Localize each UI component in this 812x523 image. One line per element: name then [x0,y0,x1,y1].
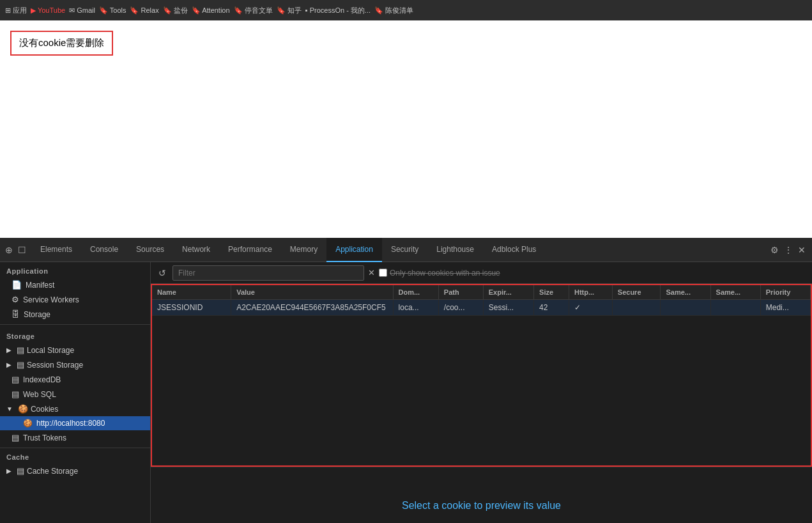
col-path[interactable]: Path [438,285,483,300]
cell-name: JSESSIONID [152,300,231,316]
settings-icon[interactable]: ⚙ [770,245,779,255]
youtube-tab[interactable]: ▶ YouTube [31,6,65,15]
mobile-icon[interactable]: ☐ [18,245,26,255]
preview-text: Select a cookie to preview its value [402,500,561,511]
chenjun-tab[interactable]: 🔖 陈俊清单 [374,6,413,15]
cell-value: A2CAE20AAEC944E5667F3A85A25F0CF5 [231,300,393,316]
tab-application[interactable]: Application [326,238,382,262]
zhihu-tab[interactable]: 🔖 知乎 [277,6,302,15]
tab-sources[interactable]: Sources [127,238,173,262]
col-domain[interactable]: Dom... [393,285,438,300]
browser-apps-icon: ⊞ 应用 [5,6,27,15]
chevron-right-icon-3: ▶ [6,467,11,474]
col-secure[interactable]: Secure [612,285,661,300]
cell-domain: loca... [393,300,438,316]
sidebar-item-trust-tokens[interactable]: ▤ Trust Tokens [0,430,150,445]
web-sql-icon: ▤ [11,389,19,399]
devtools-body: Application 📄 Manifest ⚙ Service Workers… [0,262,812,523]
storage-section-label: Storage [0,327,150,343]
sidebar-group-cache-storage[interactable]: ▶ ▤ Cache Storage [0,464,150,478]
sidebar-group-cookies[interactable]: ▼ 🍪 Cookies [0,402,150,416]
col-http[interactable]: Http... [569,285,613,300]
cell-expires: Sessi... [483,300,533,316]
sidebar-item-service-workers[interactable]: ⚙ Service Workers [0,292,150,307]
cookie-table: Name Value Dom... Path Expir... Size Htt… [152,285,811,316]
application-section-label: Application [0,262,150,277]
filter-clear-button[interactable]: ✕ [368,268,375,277]
toast-text: 没有cookie需要删除 [19,37,104,48]
tab-lighthouse[interactable]: Lighthouse [427,238,483,262]
manifest-icon: 📄 [11,280,22,290]
tab-elements[interactable]: Elements [31,238,81,262]
col-size[interactable]: Size [534,285,569,300]
sidebar-item-web-sql[interactable]: ▤ Web SQL [0,387,150,402]
tab-adblock[interactable]: Adblock Plus [483,238,545,262]
cursor-icon[interactable]: ⊕ [5,245,13,255]
only-issue-label: Only show cookies with an issue [390,269,500,277]
only-issue-checkbox-label[interactable]: Only show cookies with an issue [379,269,500,277]
chevron-right-icon: ▶ [6,347,11,354]
tools-tab[interactable]: 🔖 Tools [99,6,126,15]
cookie-child-icon: 🍪 [23,419,33,428]
more-icon[interactable]: ⋮ [784,245,793,255]
sidebar: Application 📄 Manifest ⚙ Service Workers… [0,262,151,523]
attention-tab[interactable]: 🔖 Attention [192,6,230,15]
page-toast: 没有cookie需要删除 [10,31,113,56]
col-priority[interactable]: Priority [760,285,810,300]
table-row[interactable]: JSESSIONID A2CAE20AAEC944E5667F3A85A25F0… [152,300,811,316]
devtools-tab-bar: ⊕ ☐ Elements Console Sources Network Per… [0,238,812,262]
chevron-down-icon: ▼ [6,405,13,412]
gmail-tab[interactable]: ✉ Gmail [69,6,95,15]
col-expires[interactable]: Expir... [483,285,533,300]
processon-tab[interactable]: ▪ ProcessOn - 我的... [305,6,371,15]
storage-icon: 🗄 [11,309,20,319]
col-samesite2[interactable]: Same... [710,285,760,300]
service-workers-icon: ⚙ [11,295,19,304]
tingyin-tab[interactable]: 🔖 停音文単 [234,6,273,15]
session-storage-icon: ▤ [17,360,24,370]
main-panel: ↺ ✕ Only show cookies with an issue Name… [151,262,812,523]
sidebar-group-session-storage[interactable]: ▶ ▤ Session Storage [0,357,150,372]
cell-http: ✓ [569,300,613,316]
cell-secure [612,300,661,316]
cookie-toolbar: ↺ ✕ Only show cookies with an issue [151,262,812,284]
cell-samesite1 [661,300,710,316]
cache-storage-icon: ▤ [17,466,24,476]
yanfen-tab[interactable]: 🔖 盐份 [163,6,188,15]
cookies-icon: 🍪 [18,404,28,414]
tab-security[interactable]: Security [382,238,427,262]
trust-tokens-icon: ▤ [11,433,19,442]
devtools: ⊕ ☐ Elements Console Sources Network Per… [0,238,812,523]
only-issue-checkbox[interactable] [379,269,387,277]
local-storage-icon: ▤ [17,345,24,355]
tab-performance[interactable]: Performance [219,238,281,262]
cache-section-label: Cache [0,448,150,464]
chevron-right-icon-2: ▶ [6,361,11,368]
cell-samesite2 [710,300,760,316]
sidebar-child-localhost[interactable]: 🍪 http://localhost:8080 [0,416,150,430]
col-name[interactable]: Name [152,285,231,300]
col-value[interactable]: Value [231,285,393,300]
sidebar-item-indexeddb[interactable]: ▤ IndexedDB [0,372,150,387]
sidebar-item-manifest[interactable]: 📄 Manifest [0,277,150,292]
cell-size: 42 [534,300,569,316]
close-devtools-icon[interactable]: ✕ [798,245,806,255]
tab-controls: ⚙ ⋮ ✕ [764,245,812,255]
sidebar-group-local-storage[interactable]: ▶ ▤ Local Storage [0,343,150,357]
sidebar-item-storage[interactable]: 🗄 Storage [0,307,150,322]
filter-input[interactable] [172,265,364,281]
browser-bar: ⊞ 应用 ▶ YouTube ✉ Gmail 🔖 Tools 🔖 Relax 🔖… [0,0,812,20]
refresh-button[interactable]: ↺ [156,267,169,279]
preview-area: Select a cookie to preview its value htt… [151,467,812,523]
tab-console[interactable]: Console [81,238,127,262]
cell-priority: Medi... [760,300,810,316]
cookie-table-wrapper: Name Value Dom... Path Expir... Size Htt… [151,284,812,467]
tab-memory[interactable]: Memory [281,238,326,262]
relax-tab[interactable]: 🔖 Relax [130,6,158,15]
tab-network[interactable]: Network [173,238,219,262]
indexeddb-icon: ▤ [11,375,19,384]
page-content: 没有cookie需要删除 [0,20,812,238]
devtools-icon-buttons: ⊕ ☐ [0,245,31,255]
cell-path: /coo... [438,300,483,316]
col-samesite1[interactable]: Same... [661,285,710,300]
